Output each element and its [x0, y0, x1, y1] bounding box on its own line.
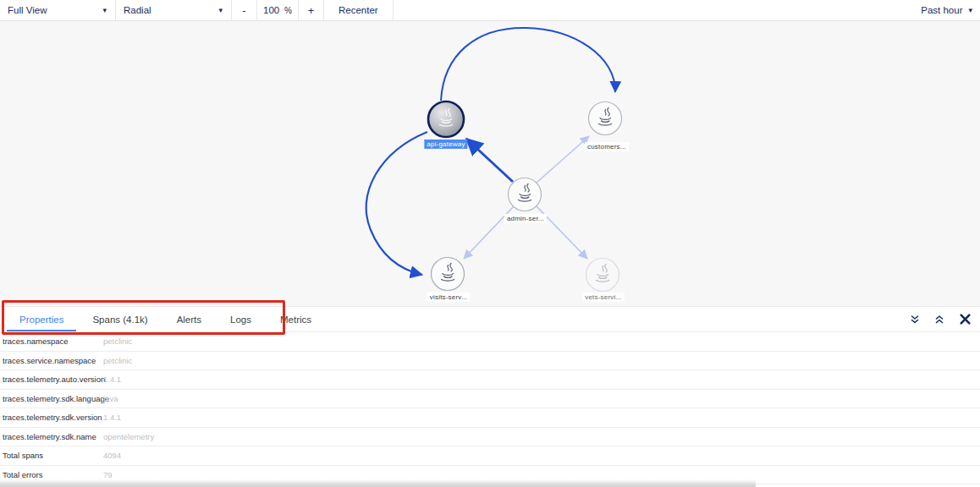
- node-vets-service[interactable]: [586, 259, 619, 292]
- double-chevron-down-icon: [910, 315, 920, 325]
- double-chevron-up-icon: [934, 315, 944, 325]
- property-key: Total spans: [0, 451, 103, 460]
- chevron-down-icon: ▾: [968, 7, 972, 14]
- property-row: traces.service.namespacepetclinic: [0, 352, 980, 371]
- panel-actions: [908, 307, 973, 331]
- time-range-value: Past hour: [921, 5, 962, 15]
- zoom-level-field[interactable]: 100 %: [256, 0, 299, 20]
- tab-alerts[interactable]: Alerts: [164, 307, 214, 331]
- tab-bar: PropertiesSpans (4.1k)AlertsLogsMetrics: [0, 307, 980, 332]
- tab-properties[interactable]: Properties: [7, 307, 76, 331]
- node-label-admin-server[interactable]: admin-ser...: [504, 214, 547, 223]
- node-label-api-gateway[interactable]: api-gateway: [424, 140, 467, 149]
- service-map-canvas[interactable]: api-gateway customers... admin-ser... vi…: [0, 21, 980, 307]
- time-range-select[interactable]: Past hour ▾: [921, 5, 980, 15]
- property-key: traces.telemetry.sdk.language: [0, 394, 103, 403]
- tab-metrics[interactable]: Metrics: [267, 307, 324, 331]
- details-panel: PropertiesSpans (4.1k)AlertsLogsMetrics: [0, 307, 980, 487]
- node-customers-service[interactable]: [589, 102, 622, 135]
- property-row: Total spans4094: [0, 446, 980, 466]
- property-value: 79: [103, 470, 113, 479]
- property-row: traces.telemetry.sdk.nameopentelemetry: [0, 428, 980, 447]
- property-value: petclinic: [103, 356, 132, 365]
- tab-logs[interactable]: Logs: [217, 307, 264, 331]
- property-key: Total errors: [0, 470, 103, 479]
- view-select[interactable]: Full View ▾: [0, 0, 115, 20]
- property-key: traces.service.namespace: [0, 356, 103, 365]
- properties-table: traces.namespacepetclinictraces.service.…: [0, 332, 980, 484]
- property-key: traces.telemetry.auto.version: [0, 375, 103, 384]
- property-value: opentelemetry: [103, 432, 154, 441]
- node-visits-service[interactable]: [432, 258, 465, 291]
- property-value: petclinic: [103, 337, 132, 346]
- property-row: traces.namespacepetclinic: [0, 332, 980, 352]
- node-label-visits-service[interactable]: visits-serv...: [427, 293, 470, 302]
- property-row: traces.telemetry.sdk.languagejava: [0, 390, 980, 409]
- toolbar: Full View ▾ Radial ▾ - 100 % + Recenter …: [0, 0, 980, 21]
- edge-admin-server-to-customers-service[interactable]: [537, 136, 589, 183]
- node-api-gateway[interactable]: [428, 101, 464, 137]
- node-label-customers-service[interactable]: customers...: [585, 142, 629, 151]
- zoom-in-button[interactable]: +: [299, 0, 323, 20]
- property-row: traces.telemetry.auto.version1.4.1: [0, 370, 980, 390]
- property-value: java: [103, 394, 118, 403]
- chevron-down-icon: ▾: [218, 7, 223, 14]
- property-value: 1.4.1: [103, 413, 121, 422]
- toolbar-divider: [393, 0, 394, 20]
- recenter-button[interactable]: Recenter: [324, 0, 393, 20]
- view-select-value: Full View: [8, 5, 47, 15]
- zoom-level-value: 100: [263, 5, 279, 15]
- property-key: traces.namespace: [0, 337, 103, 346]
- service-map-svg: [0, 21, 980, 306]
- tab-list: PropertiesSpans (4.1k)AlertsLogsMetrics: [7, 307, 324, 331]
- collapse-panel-button[interactable]: [908, 313, 922, 326]
- node-label-vets-service[interactable]: vets-servi...: [582, 293, 625, 302]
- edge-api-gateway-to-visits-service[interactable]: [366, 132, 427, 275]
- tab-spans-4-1k[interactable]: Spans (4.1k): [80, 307, 160, 331]
- property-key: traces.telemetry.sdk.name: [0, 432, 103, 441]
- edge-api-gateway-to-customers-service[interactable]: [441, 28, 615, 101]
- property-key: traces.telemetry.sdk.version: [0, 413, 103, 422]
- zoom-out-button[interactable]: -: [232, 0, 256, 20]
- layout-select-value: Radial: [124, 5, 151, 15]
- close-panel-button[interactable]: [957, 311, 973, 327]
- property-row: traces.telemetry.sdk.version1.4.1: [0, 408, 980, 428]
- layout-select[interactable]: Radial ▾: [116, 0, 231, 20]
- node-admin-server[interactable]: [509, 178, 542, 211]
- expand-panel-button[interactable]: [933, 313, 946, 326]
- close-icon: [959, 313, 972, 326]
- property-value: 4094: [103, 451, 121, 460]
- horizontal-scrollbar[interactable]: [0, 479, 756, 487]
- chevron-down-icon: ▾: [102, 7, 107, 14]
- edge-admin-server-to-api-gateway[interactable]: [466, 139, 513, 182]
- property-value: 1.4.1: [103, 375, 121, 384]
- percent-label: %: [284, 6, 292, 15]
